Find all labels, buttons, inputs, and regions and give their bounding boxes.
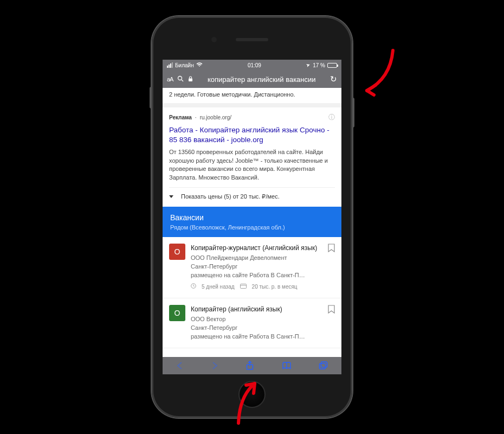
ad-expand-label: Показать цены (5) от 20 тыс. ₽/мес. [181,193,280,200]
prev-result-snippet: 2 недели. Готовые методички. Дистанционн… [163,88,341,107]
ad-description: От 13560 проверенных работодателей на са… [169,148,335,182]
bookmark-icon[interactable] [328,305,335,316]
status-left: Билайн [167,62,203,68]
carrier-label: Билайн [175,62,194,68]
address-bar[interactable]: аА копирайтер английский вакансии ↻ [163,71,341,88]
ad-title-link[interactable]: Работа - Копирайтер английский язык Сроч… [169,125,335,145]
status-right: ➤ 17 % [306,62,337,68]
job-title: Копирайтер (английский язык) [191,305,335,314]
lock-icon [188,75,193,84]
phone-screen: Билайн 01:09 ➤ 17 % аА копирайтер англий… [163,60,341,374]
forward-button[interactable] [211,361,218,370]
jobs-subtitle: Рядом (Всеволожск, Ленинградская обл.) [170,224,334,231]
battery-icon [327,63,337,68]
jobs-header[interactable]: Вакансии Рядом (Всеволожск, Ленинградска… [163,207,341,237]
job-source: размещено на сайте Работа В Санкт-П… [191,271,335,280]
ad-domain: ru.jooble.org/ [200,114,231,120]
clock-label: 01:09 [248,62,261,68]
reload-icon[interactable]: ↻ [330,74,337,84]
jobs-title: Вакансии [170,213,334,222]
info-icon[interactable]: ⓘ [328,113,335,122]
job-location: Санкт-Петербург [191,263,335,271]
chevron-down-icon [169,195,173,198]
job-meta: 5 дней назад 20 тыс. р. в месяц [191,283,335,291]
tabs-button[interactable] [319,361,328,370]
job-source: размещено на сайте Работа В Санкт-П… [191,333,335,341]
job-salary: 20 тыс. р. в месяц [252,283,298,291]
phone-camera [211,37,217,42]
wifi-icon [196,62,203,68]
battery-pct: 17 % [313,62,325,68]
job-age: 5 дней назад [202,283,235,291]
bookmark-icon[interactable] [328,244,335,254]
job-location: Санкт-Петербург [191,324,335,333]
job-title: Копирайтер-журналист (Английский язык) [191,244,335,253]
clock-icon [191,283,196,291]
svg-rect-2 [189,78,192,81]
ad-header: Реклама · ru.jooble.org/ ⓘ [169,113,335,122]
share-button[interactable] [245,361,254,371]
ad-result-card[interactable]: Реклама · ru.jooble.org/ ⓘ Работа - Копи… [163,107,341,207]
page-content[interactable]: 2 недели. Готовые методички. Дистанционн… [163,88,341,357]
job-item[interactable]: О Копирайтер-журналист (Английский язык)… [163,237,341,298]
phone-frame: Билайн 01:09 ➤ 17 % аА копирайтер англий… [152,16,352,418]
job-item[interactable]: О Копирайтер (английский язык) ООО Векто… [163,298,341,348]
annotation-arrow-icon [360,46,398,98]
job-logo: О [169,305,185,321]
svg-line-1 [182,80,183,81]
phone-speaker [236,38,268,41]
status-bar: Билайн 01:09 ➤ 17 % [163,60,341,71]
annotation-arrow-icon [233,377,263,426]
safari-toolbar [163,357,341,374]
ad-label: Реклама [169,114,192,120]
ad-separator: · [195,114,197,120]
job-company: ООО Вектор [191,315,335,324]
back-button[interactable] [176,361,184,370]
salary-icon [240,283,247,291]
url-text[interactable]: копирайтер английский вакансии [197,75,326,84]
text-size-icon[interactable]: аА [167,76,173,82]
svg-rect-7 [321,362,327,367]
ad-expand-row[interactable]: Показать цены (5) от 20 тыс. ₽/мес. [169,187,335,202]
signal-icon [167,62,173,68]
svg-rect-8 [319,363,325,369]
bookmarks-button[interactable] [282,362,292,370]
job-logo: О [169,244,185,260]
job-company: ООО Плейджендари Девелопмент [191,254,335,263]
location-icon: ➤ [306,62,312,68]
search-icon [177,75,184,83]
svg-point-0 [178,76,182,80]
svg-rect-4 [240,284,246,289]
